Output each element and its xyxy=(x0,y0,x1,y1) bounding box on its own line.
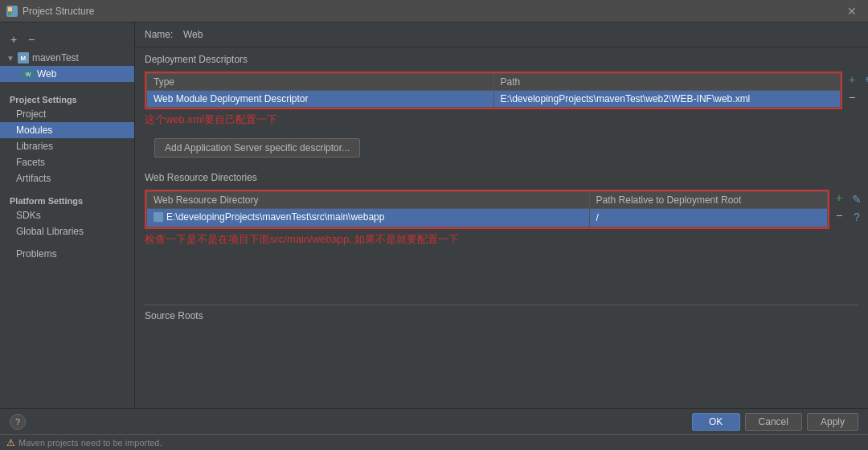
table-row[interactable]: Web Module Deployment Descriptor E:\deve… xyxy=(147,91,841,108)
tree-item-maventest[interactable]: ▼ M mavenTest xyxy=(0,50,134,66)
col-path: Path xyxy=(493,74,841,91)
table-row[interactable]: E:\developingProjects\mavenTest\src\main… xyxy=(147,209,828,227)
title-bar: Project Structure ✕ xyxy=(0,0,868,22)
module-icon: M xyxy=(18,52,29,63)
project-structure-dialog: Project Structure ✕ + − ▼ M mavenTest W … xyxy=(0,0,868,450)
svg-rect-2 xyxy=(8,12,11,15)
sidebar-item-libraries[interactable]: Libraries xyxy=(0,138,134,154)
sidebar-item-sdks[interactable]: SDKs xyxy=(0,207,134,223)
sidebar-item-global-libraries[interactable]: Global Libraries xyxy=(0,223,134,239)
bottom-bar-left: ? xyxy=(10,414,26,430)
source-roots-section: Source Roots xyxy=(135,250,868,328)
project-settings-label: Project Settings xyxy=(0,92,134,106)
help-web-resource-button[interactable]: ? xyxy=(849,209,865,225)
remove-descriptor-button[interactable]: − xyxy=(844,89,860,105)
cell-path-relative: / xyxy=(589,209,827,227)
status-message: Maven projects need to be imported. xyxy=(18,438,162,448)
app-icon xyxy=(6,6,18,17)
edit-web-resource-button[interactable]: ✎ xyxy=(849,191,865,207)
source-roots-title: Source Roots xyxy=(145,310,858,321)
sidebar-item-project[interactable]: Project xyxy=(0,106,134,122)
svg-rect-0 xyxy=(8,7,12,11)
status-warning-icon: ⚠ xyxy=(6,437,15,448)
title-bar-left: Project Structure xyxy=(6,6,94,17)
col-path-relative: Path Relative to Deployment Root xyxy=(589,192,827,209)
sidebar-item-modules[interactable]: Modules xyxy=(0,122,134,138)
tree-expand-arrow: ▼ xyxy=(6,54,14,63)
name-value: Web xyxy=(183,29,203,40)
web-resource-title: Web Resource Directories xyxy=(145,172,858,183)
tree-item-web-label: Web xyxy=(37,68,56,80)
help-button[interactable]: ? xyxy=(10,414,26,430)
dialog-title: Project Structure xyxy=(23,6,94,17)
sidebar-toolbar: + − xyxy=(0,29,134,50)
status-bar: ⚠ Maven projects need to be imported. xyxy=(0,434,868,450)
bottom-area: ? OK Cancel Apply ⚠ Maven projects need … xyxy=(0,408,868,450)
apply-button[interactable]: Apply xyxy=(807,413,858,431)
deployment-actions: + − xyxy=(842,72,862,105)
cell-directory: E:\developingProjects\mavenTest\src\main… xyxy=(147,209,590,227)
add-web-resource-button[interactable]: + xyxy=(831,190,847,206)
cell-type: Web Module Deployment Descriptor xyxy=(147,91,494,108)
edit-descriptor-button[interactable]: ✎ xyxy=(862,73,868,89)
web-resource-table-container: Web Resource Directory Path Relative to … xyxy=(145,190,829,229)
sidebar-item-facets[interactable]: Facets xyxy=(0,154,134,170)
deployment-descriptors-table-container: Type Path Web Module Deployment Descript… xyxy=(145,72,842,109)
add-descriptor-button[interactable]: + xyxy=(844,72,860,88)
inner-layout: + − ▼ M mavenTest W Web Project Settings… xyxy=(0,22,868,408)
col-web-resource-dir: Web Resource Directory xyxy=(147,192,590,209)
web-resource-section: Web Resource Directories xyxy=(135,166,868,190)
cancel-button[interactable]: Cancel xyxy=(745,413,802,431)
tree-item-label: mavenTest xyxy=(32,52,79,63)
web-resource-actions: + − xyxy=(829,190,849,223)
deployment-descriptors-title: Deployment Descriptors xyxy=(145,54,858,65)
scrollable-content: Deployment Descriptors Type Path xyxy=(135,47,868,408)
platform-settings-label: Platform Settings xyxy=(0,193,134,207)
web-resource-annotation: 检查一下是不是在项目下面src/main/webapp, 如果不是就要配置一下 xyxy=(135,229,868,250)
sidebar-item-artifacts[interactable]: Artifacts xyxy=(0,170,134,186)
bottom-bar: ? OK Cancel Apply xyxy=(0,408,868,434)
tree-item-web[interactable]: W Web xyxy=(0,66,134,82)
close-button[interactable]: ✕ xyxy=(842,3,862,19)
svg-rect-1 xyxy=(13,7,16,10)
cell-path: E:\developingProjects\mavenTest\web2\WEB… xyxy=(493,91,841,108)
col-type: Type xyxy=(147,74,494,91)
ok-button[interactable]: OK xyxy=(692,413,740,431)
name-label: Name: xyxy=(145,29,177,40)
deployment-descriptors-section: Deployment Descriptors xyxy=(135,47,868,72)
remove-module-button[interactable]: − xyxy=(24,32,39,47)
deployment-descriptors-table: Type Path Web Module Deployment Descript… xyxy=(146,73,841,108)
name-row: Name: Web xyxy=(135,22,868,47)
content-area: Name: Web Deployment Descriptors Type xyxy=(135,22,868,408)
web-icon: W xyxy=(23,69,34,79)
bottom-bar-right: OK Cancel Apply xyxy=(692,413,858,431)
web-resource-table: Web Resource Directory Path Relative to … xyxy=(146,191,828,227)
deployment-annotation: 这个web.xml要自己配置一下 xyxy=(135,109,868,130)
remove-web-resource-button[interactable]: − xyxy=(831,207,847,223)
sidebar-item-problems[interactable]: Problems xyxy=(0,246,134,262)
add-module-button[interactable]: + xyxy=(6,32,21,47)
add-app-server-descriptor-button[interactable]: Add Application Server specific descript… xyxy=(154,138,360,158)
sidebar: + − ▼ M mavenTest W Web Project Settings… xyxy=(0,22,135,408)
